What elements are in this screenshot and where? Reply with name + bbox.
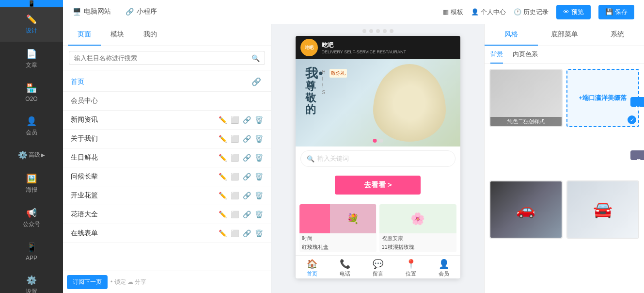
o2o-icon: 🏪 [26,83,37,94]
sidebar-item-design[interactable]: ✏️ 设计 [0,7,63,42]
sidebar-item-wechat[interactable]: 📢 公众号 [0,201,63,235]
history-action[interactable]: 🕐 历史记录 [514,8,549,16]
nav-item-actions: ✏️ ⬜ 🔗 🗑️ [219,229,263,237]
edit-icon[interactable]: ✏️ [219,135,227,143]
sidebar-item-article[interactable]: 📄 文章 [0,42,63,76]
share-icon[interactable]: 🔗 [243,135,251,143]
sidebar-item-advanced[interactable]: ⚙️ 高级 ▶ [0,144,63,166]
sidebar-item-member[interactable]: 👤 会员 [0,109,63,144]
sidebar-item-poster[interactable]: 🖼️ 海报 [0,166,63,201]
share-icon[interactable]: 🔗 [243,154,251,162]
subtab-background[interactable]: 背景 [490,50,503,64]
share-icon[interactable]: 🔗 [243,192,251,199]
phone-products: 💐 时尚 红玫瑰礼盒 🌸 祝愿安康 11枝混搭玫瑰 [296,201,460,255]
delete-icon[interactable]: 🗑️ [255,229,263,237]
right-panel-tabs: 风格 底部菜单 系统 [485,24,644,46]
copy-icon[interactable]: ⬜ [231,229,239,237]
delete-icon[interactable]: 🗑️ [255,211,263,218]
right-tab-style[interactable]: 风格 [485,24,538,46]
nav-list: 首页 🔗 会员中心 新闻资讯 ✏️ ⬜ 🔗 🗑️ [63,70,271,271]
nav-item-about[interactable]: 关于我们 ✏️ ⬜ 🔗 🗑️ [63,130,271,148]
right-tab-system[interactable]: 系统 [591,24,644,46]
subscribe-button[interactable]: 订阅下一页 [67,275,108,289]
subtab-inner-colors[interactable]: 内页色系 [513,50,538,64]
copy-icon[interactable]: ⬜ [231,135,239,143]
share-icon[interactable]: 🔗 [243,229,251,237]
delete-icon[interactable]: 🗑️ [255,135,263,143]
edit-icon[interactable]: ✏️ [219,229,227,237]
phone-footer: 🏠 首页 📞 电话 💬 留言 📍 位置 [296,255,460,278]
phone-dots [362,29,393,33]
share-icon[interactable]: 🔗 [243,116,251,124]
style-item-plain[interactable]: 纯色二独创样式 [489,69,563,127]
footer-item-phone[interactable]: 📞 电话 [329,259,361,277]
copy-icon[interactable]: ⬜ [231,173,239,180]
share-icon[interactable]: 🔗 [251,77,261,86]
delete-icon[interactable]: 🗑️ [255,116,263,124]
banner-sub-text: HI!S [322,69,326,96]
topbar-actions: ▦ 模板 👤 个人中心 🕐 历史记录 👁 预览 💾 保存 [443,5,634,19]
delete-icon[interactable]: 🗑️ [255,192,263,199]
profile-action[interactable]: 👤 个人中心 [471,8,506,16]
tab-module[interactable]: 模块 [101,24,134,46]
banner-dot-active [373,139,377,143]
message-icon: 💬 [373,259,383,269]
far-right-style-tab[interactable]: 样式 [630,97,644,107]
footer-item-home[interactable]: 🏠 首页 [296,259,329,277]
style-item-car2[interactable]: 🚘 [566,180,640,239]
style-item-add-label: +端口瀛洋美缀落 [574,89,631,107]
sidebar-item-o2o[interactable]: 🏪 O2O [0,76,63,109]
tab-mine[interactable]: 我的 [134,24,167,46]
store-logo: 吃吧 [300,39,318,56]
sidebar-item-label: 设计 [26,27,37,35]
product-item-1[interactable]: 🌸 祝愿安康 11枝混搭玫瑰 [379,204,456,252]
footer-item-location[interactable]: 📍 位置 [394,259,427,277]
share-icon[interactable]: 🔗 [243,173,251,180]
footer-item-message[interactable]: 💬 留言 [361,259,394,277]
nav-item-home[interactable]: 首页 🔗 [63,72,271,92]
customer-service-tab[interactable]: 常见问题 [630,150,644,160]
nav-item-opening-basket[interactable]: 开业花篮 ✏️ ⬜ 🔗 🗑️ [63,186,271,205]
delete-icon[interactable]: 🗑️ [255,154,263,162]
phone-search[interactable]: 🔍 输入关键词 [300,150,456,167]
copy-icon[interactable]: ⬜ [231,116,239,124]
nav-item-news[interactable]: 新闻资讯 ✏️ ⬜ 🔗 🗑️ [63,111,271,130]
product-item-0[interactable]: 💐 时尚 红玫瑰礼盒 [299,204,377,252]
nav-item-birthday-flowers[interactable]: 生日鲜花 ✏️ ⬜ 🔗 🗑️ [63,148,271,167]
edit-icon[interactable]: ✏️ [219,116,227,124]
nav-item-name: 生日鲜花 [71,153,219,162]
edit-icon[interactable]: ✏️ [219,211,227,218]
style-item-car1[interactable]: 🚗 [489,180,563,239]
copy-icon[interactable]: ⬜ [231,211,239,218]
edit-icon[interactable]: ✏️ [219,173,227,180]
nav-item-greet-elders[interactable]: 问候长辈 ✏️ ⬜ 🔗 🗑️ [63,167,271,186]
nav-item-online-form[interactable]: 在线表单 ✏️ ⬜ 🔗 🗑️ [63,224,271,243]
footer-item-member[interactable]: 👤 会员 [427,259,460,277]
sidebar-item-settings[interactable]: ⚙️ 设置 [0,268,63,293]
nav-item-actions: ✏️ ⬜ 🔗 🗑️ [219,173,263,180]
app-icon: 📱 [26,242,37,253]
edit-icon[interactable]: ✏️ [219,192,227,199]
sidebar-item-app[interactable]: 📱 APP [0,235,63,268]
nav-item-member-center[interactable]: 会员中心 [63,92,271,111]
topbar-nav-desktop[interactable]: 🖥️ 电脑网站 [73,7,111,17]
search-input[interactable] [69,51,265,65]
share-icon[interactable]: 🔗 [243,211,251,218]
style-item-selected[interactable]: +端口瀛洋美缀落 ✓ [566,69,640,127]
sidebar-logo[interactable]: 📱 [0,0,63,7]
edit-icon[interactable]: ✏️ [219,154,227,162]
topbar-nav-miniapp[interactable]: 🔗 小程序 [126,7,157,17]
copy-icon[interactable]: ⬜ [231,154,239,162]
tab-page[interactable]: 页面 [68,24,101,46]
search-icon[interactable]: 🔍 [251,54,260,62]
nav-item-actions: ✏️ ⬜ 🔗 🗑️ [219,135,263,143]
template-action[interactable]: ▦ 模板 [443,8,463,16]
preview-button[interactable]: 👁 预览 [556,5,591,19]
save-button[interactable]: 💾 保存 [598,5,634,19]
right-tab-footer-menu[interactable]: 底部菜单 [538,24,591,46]
cta-button[interactable]: 去看看 > [335,176,421,195]
nav-item-flower-language[interactable]: 花语大全 ✏️ ⬜ 🔗 🗑️ [63,205,271,224]
delete-icon[interactable]: 🗑️ [255,173,263,180]
copy-icon[interactable]: ⬜ [231,192,239,199]
sidebar-item-label: APP [26,255,37,261]
